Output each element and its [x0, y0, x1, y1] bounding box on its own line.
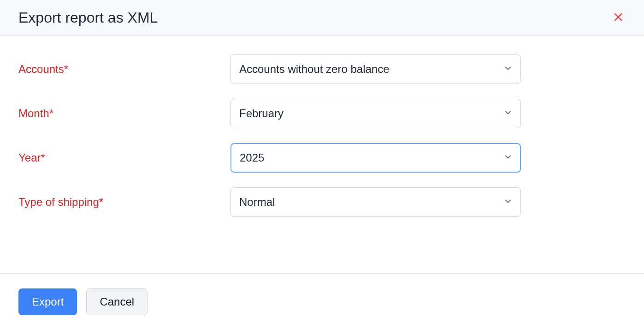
shipping-select[interactable]: Normal	[230, 187, 521, 217]
modal-header: Export report as XML	[0, 0, 644, 36]
accounts-select[interactable]: Accounts without zero balance	[230, 54, 521, 84]
close-icon	[613, 12, 624, 24]
month-select-wrapper: February	[230, 99, 521, 128]
form-row-shipping: Type of shipping* Normal	[18, 187, 626, 217]
year-label: Year*	[18, 151, 230, 164]
export-button[interactable]: Export	[18, 288, 77, 315]
year-select-wrapper: 2025	[230, 143, 521, 173]
year-select[interactable]: 2025	[230, 143, 521, 173]
month-select-value: February	[239, 107, 284, 120]
close-button[interactable]	[611, 10, 626, 26]
accounts-label: Accounts*	[18, 63, 230, 76]
shipping-select-wrapper: Normal	[230, 187, 521, 217]
form-row-month: Month* February	[18, 99, 626, 128]
shipping-select-value: Normal	[239, 196, 275, 209]
month-label: Month*	[18, 107, 230, 120]
modal-title: Export report as XML	[18, 9, 158, 26]
accounts-select-value: Accounts without zero balance	[239, 63, 390, 76]
accounts-select-wrapper: Accounts without zero balance	[230, 54, 521, 84]
export-modal: Export report as XML Accounts* Accounts …	[0, 0, 644, 330]
modal-body: Accounts* Accounts without zero balance …	[0, 36, 644, 273]
year-select-value: 2025	[240, 151, 264, 164]
shipping-label: Type of shipping*	[18, 196, 230, 209]
month-select[interactable]: February	[230, 99, 521, 128]
form-row-year: Year* 2025	[18, 143, 626, 173]
modal-footer: Export Cancel	[0, 273, 644, 330]
cancel-button[interactable]: Cancel	[86, 288, 148, 315]
form-row-accounts: Accounts* Accounts without zero balance	[18, 54, 626, 84]
